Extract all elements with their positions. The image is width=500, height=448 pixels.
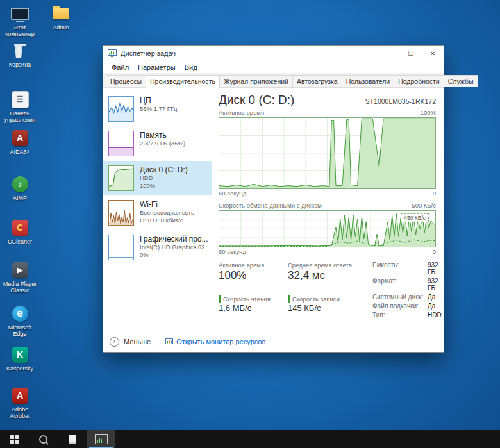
desktop-icon-control-panel[interactable]: ☰ Панель управления (1, 90, 38, 123)
disk-mini-chart (108, 165, 134, 191)
chart-x-right: 0 (433, 190, 436, 197)
tab-performance[interactable]: Производительность (146, 75, 220, 88)
sidebar-item-title: ЦП (140, 96, 178, 105)
sidebar-item-disk0[interactable]: Диск 0 (C: D:) HDD 100% (103, 161, 212, 195)
taskbar-search-button[interactable] (29, 430, 58, 448)
menu-options[interactable]: Параметры (133, 63, 180, 71)
task-manager-window: Диспетчер задач – ☐ ✕ Файл Параметры Вид… (103, 45, 444, 353)
tab-details[interactable]: Подробности (394, 75, 444, 87)
maximize-button[interactable]: ☐ (400, 46, 422, 61)
chart-x-left: 60 секунд (219, 190, 246, 197)
sidebar-item-title: Wi-Fi (140, 200, 194, 209)
page-title: Диск 0 (C: D:) (219, 93, 294, 107)
tab-app-history[interactable]: Журнал приложений (219, 75, 293, 87)
desktop-icon-media-player-classic[interactable]: ▶ Media Player Classic (1, 260, 38, 294)
sidebar-item-title: Память (140, 131, 185, 140)
wifi-mini-chart (108, 200, 134, 226)
tab-processes[interactable]: Процессы (106, 75, 146, 87)
transfer-rate-chart: 450 КБ/с (219, 210, 436, 247)
write-speed-marker-icon (288, 295, 290, 303)
read-speed-marker-icon (219, 295, 221, 303)
desktop-icon-label: Admin (42, 24, 79, 31)
tab-users[interactable]: Пользователи (342, 75, 395, 87)
stat-avg-response: Среднее время ответа 32,4 мс (288, 261, 363, 288)
performance-sidebar: ЦП 55% 1,77 ГГц Память 2,8/7,9 ГБ (35%) (103, 88, 212, 331)
sidebar-item-cpu[interactable]: ЦП 55% 1,77 ГГц (103, 92, 212, 126)
sidebar-item-gpu[interactable]: Графический про... Intel(R) HD Graphics … (103, 230, 212, 265)
aimp-icon: ♪ (6, 174, 34, 194)
desktop-icon-adobe-acrobat[interactable]: A Adobe Acrobat (1, 386, 38, 419)
task-manager-taskbar-icon (95, 434, 108, 444)
fewer-details-button[interactable]: Меньше (124, 338, 151, 345)
active-time-chart-label: Активное время (219, 109, 264, 116)
desktop-icon-aimp[interactable]: ♪ AIMP (1, 174, 38, 201)
desktop-icon-label: Этот компьютер (1, 24, 38, 37)
active-time-chart-max: 100% (421, 109, 436, 116)
scale-badge: 450 КБ/с (401, 213, 429, 222)
active-time-chart (219, 117, 436, 189)
desktop-icon-label: AIDA64 (1, 149, 38, 155)
sidebar-item-subtitle: HDD (140, 174, 188, 182)
menu-file[interactable]: Файл (107, 63, 133, 71)
divider (158, 336, 158, 347)
titlebar[interactable]: Диспетчер задач – ☐ ✕ (103, 46, 444, 61)
adobe-acrobat-icon: A (6, 386, 34, 405)
sidebar-item-subtitle2: 0% (140, 251, 210, 259)
taskbar (0, 430, 500, 448)
start-button[interactable] (0, 430, 29, 448)
sidebar-item-title: Графический про... (140, 235, 210, 244)
chevron-up-icon: ∧ (110, 337, 119, 347)
desktop-icon-ccleaner[interactable]: C CCleaner (1, 218, 38, 245)
sidebar-item-subtitle: Intel(R) HD Graphics 62... (140, 244, 210, 251)
desktop-icon-this-pc[interactable]: Этот компьютер (1, 4, 38, 37)
disk-model: ST1000LM035-1RK172 (365, 97, 436, 105)
desktop-icon-admin[interactable]: Admin (42, 4, 79, 31)
desktop-icon-aida64[interactable]: A AIDA64 (1, 128, 38, 155)
taskbar-file-explorer-button[interactable] (58, 430, 87, 448)
desktop-icon-label: Панель управления (1, 110, 38, 123)
menu-view[interactable]: Вид (180, 63, 202, 71)
recycle-bin-icon (6, 41, 34, 60)
sidebar-item-wifi[interactable]: Wi-Fi Беспроводная сеть О: 0 П: 0 кбит/с (103, 195, 212, 230)
sidebar-item-subtitle: 55% 1,77 ГГц (140, 105, 178, 113)
sidebar-item-memory[interactable]: Память 2,8/7,9 ГБ (35%) (103, 126, 212, 161)
desktop-icon-label: Microsoft Edge (1, 324, 38, 337)
desktop-icon-recycle-bin[interactable]: Корзина (1, 41, 38, 68)
desktop-icon-label: CCleaner (1, 238, 38, 245)
media-player-classic-icon: ▶ (6, 260, 34, 279)
sidebar-item-subtitle2: О: 0 П: 0 кбит/с (140, 217, 194, 224)
file-explorer-icon (69, 435, 76, 444)
transfer-rate-chart-label: Скорость обмена данными с диском (219, 202, 322, 209)
control-panel-icon: ☰ (6, 90, 34, 109)
desktop-icon-label: Kaspersky (1, 365, 38, 372)
this-pc-icon (6, 4, 34, 23)
task-manager-app-icon (108, 49, 117, 57)
desktop-icon-label: Корзина (1, 62, 38, 68)
stat-write-speed: Скорость записи 145 КБ/с (288, 295, 363, 319)
sidebar-item-subtitle2: 100% (140, 182, 188, 190)
windows-logo-icon (10, 435, 19, 444)
edge-icon: e (6, 304, 34, 323)
aida64-icon: A (6, 128, 34, 147)
sidebar-item-subtitle: Беспроводная сеть (140, 209, 194, 217)
taskbar-task-manager-button[interactable] (87, 430, 115, 448)
stat-read-speed: Скорость чтения 1,6 МБ/с (219, 295, 283, 319)
open-resource-monitor-link[interactable]: Открыть монитор ресурсов (165, 338, 265, 345)
disk-stats: Активное время 100% Среднее время ответа… (219, 261, 363, 319)
folder-icon (47, 4, 75, 23)
desktop-icon-kaspersky[interactable]: K Kaspersky (1, 345, 38, 372)
status-bar: ∧ Меньше Открыть монитор ресурсов (103, 331, 444, 352)
ccleaner-icon: C (6, 218, 34, 237)
tab-startup[interactable]: Автозагрузка (292, 75, 342, 87)
sidebar-item-subtitle: 2,8/7,9 ГБ (35%) (140, 140, 185, 147)
tab-services[interactable]: Службы (444, 75, 478, 87)
gpu-mini-chart (108, 235, 134, 260)
desktop-icon-label: Adobe Acrobat (1, 406, 38, 419)
desktop-icon-edge[interactable]: e Microsoft Edge (1, 304, 38, 337)
transfer-rate-chart-max: 500 КБ/с (412, 202, 436, 209)
desktop: Этот компьютер Admin Корзина ☰ Панель уп… (0, 0, 500, 448)
menu-bar: Файл Параметры Вид (103, 61, 444, 73)
close-button[interactable]: ✕ (422, 46, 444, 61)
memory-mini-chart (108, 131, 134, 156)
minimize-button[interactable]: – (378, 46, 400, 61)
